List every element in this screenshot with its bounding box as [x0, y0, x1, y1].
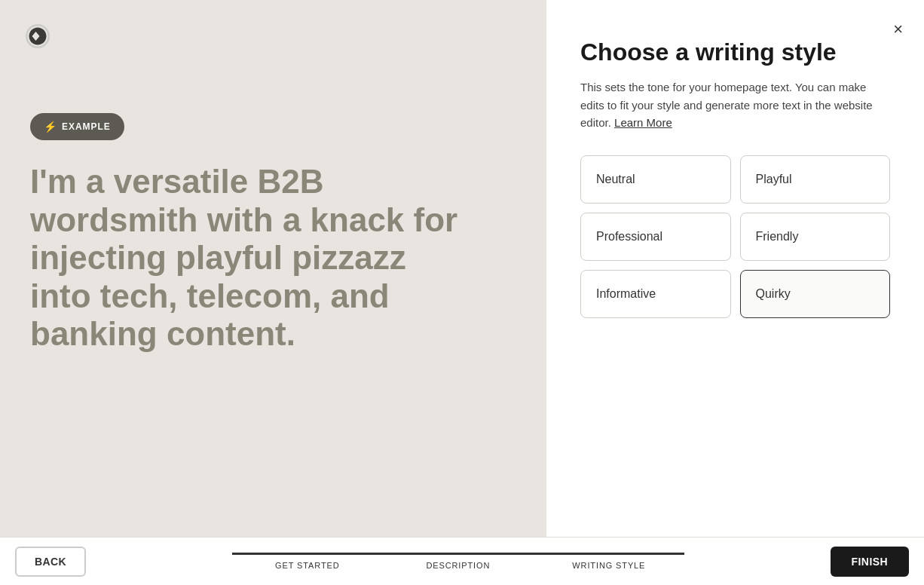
- style-grid: Neutral Playful Professional Friendly In…: [580, 155, 890, 318]
- bolt-icon: ⚡: [44, 121, 57, 133]
- close-button[interactable]: ×: [893, 21, 903, 38]
- step-label-writing-style: WRITING STYLE: [572, 561, 645, 570]
- back-button[interactable]: BACK: [15, 547, 86, 577]
- step-get-started: GET STARTED: [232, 553, 383, 570]
- logo: [23, 21, 53, 54]
- panel-title: Choose a writing style: [580, 38, 890, 66]
- hero-text: I'm a versatile B2B wordsmith with a kna…: [30, 163, 467, 354]
- step-description: DESCRIPTION: [383, 553, 534, 570]
- style-option-informative[interactable]: Informative: [580, 270, 731, 318]
- style-option-professional[interactable]: Professional: [580, 213, 731, 261]
- progress-steps: GET STARTED DESCRIPTION WRITING STYLE: [86, 553, 830, 570]
- finish-button[interactable]: FINISH: [831, 547, 909, 577]
- step-label-description: DESCRIPTION: [426, 561, 490, 570]
- step-bar-get-started: [232, 553, 383, 555]
- style-option-quirky[interactable]: Quirky: [740, 270, 891, 318]
- panel-description: This sets the tone for your homepage tex…: [580, 78, 890, 131]
- badge-label: EXAMPLE: [62, 121, 111, 132]
- learn-more-link[interactable]: Learn More: [614, 116, 672, 129]
- style-option-friendly[interactable]: Friendly: [740, 213, 891, 261]
- left-panel: ⚡ EXAMPLE I'm a versatile B2B wordsmith …: [0, 0, 546, 537]
- bottom-bar: BACK GET STARTED DESCRIPTION WRITING STY…: [0, 537, 924, 585]
- example-badge: ⚡ EXAMPLE: [30, 113, 124, 140]
- style-option-playful[interactable]: Playful: [740, 155, 891, 204]
- step-bar-description: [383, 553, 534, 555]
- style-option-neutral[interactable]: Neutral: [580, 155, 731, 204]
- right-panel: × Choose a writing style This sets the t…: [546, 0, 924, 537]
- step-bar-writing-style: [534, 553, 684, 555]
- step-writing-style: WRITING STYLE: [534, 553, 684, 570]
- step-label-get-started: GET STARTED: [275, 561, 339, 570]
